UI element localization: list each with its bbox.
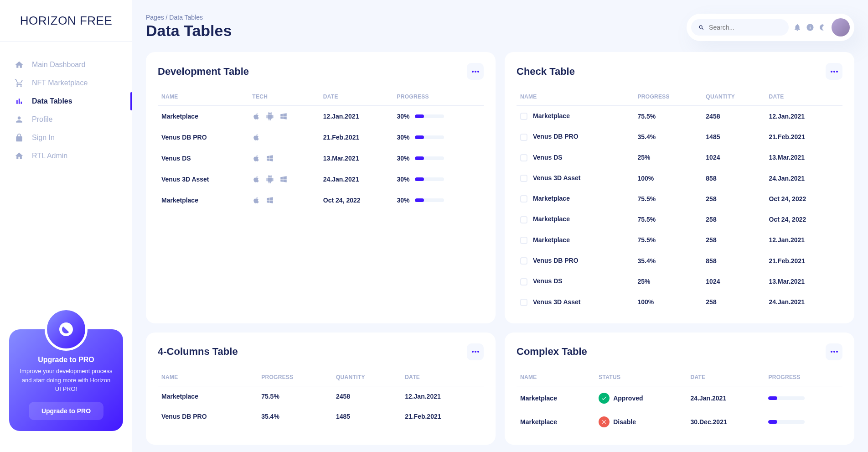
table-header[interactable]: DATE bbox=[320, 88, 393, 106]
cell-quantity: 1485 bbox=[702, 126, 765, 147]
sidebar: HORIZON FREE Main DashboardNFT Marketpla… bbox=[0, 0, 132, 452]
cell-name: Venus DB PRO bbox=[158, 406, 258, 426]
table-header[interactable]: PROGRESS bbox=[258, 369, 332, 386]
table-row: Venus DB PRO 35.4% 1485 21.Feb.2021 bbox=[158, 406, 484, 426]
svg-point-8 bbox=[477, 351, 479, 353]
table-header[interactable]: QUANTITY bbox=[332, 369, 401, 386]
cell-progress: 75.5% bbox=[258, 386, 332, 406]
checkbox[interactable] bbox=[520, 278, 527, 286]
cell-progress: 100% bbox=[634, 292, 703, 312]
checkbox[interactable] bbox=[520, 113, 527, 120]
svg-point-6 bbox=[472, 351, 474, 353]
info-icon[interactable] bbox=[806, 23, 814, 31]
cell-name: Venus 3D Asset bbox=[158, 169, 248, 190]
table-header[interactable]: PROGRESS bbox=[634, 88, 703, 106]
table-header[interactable]: TECH bbox=[248, 88, 319, 106]
table-header[interactable]: STATUS bbox=[595, 369, 687, 386]
cell-progress: 35.4% bbox=[634, 126, 703, 147]
cell-progress: 75.5% bbox=[634, 188, 703, 209]
cell-quantity: 258 bbox=[702, 230, 765, 250]
sidebar-item-sign-in[interactable]: Sign In bbox=[9, 129, 123, 147]
table-header[interactable]: NAME bbox=[158, 369, 258, 386]
more-button[interactable] bbox=[826, 343, 842, 360]
checkbox[interactable] bbox=[520, 257, 527, 265]
upgrade-button[interactable]: Upgrade to PRO bbox=[29, 402, 103, 420]
more-button[interactable] bbox=[467, 63, 484, 80]
table-header[interactable]: DATE bbox=[687, 369, 765, 386]
checkbox[interactable] bbox=[520, 134, 527, 141]
table-row: Marketplace 75.5% 258 12.Jan.2021 bbox=[517, 230, 842, 250]
sidebar-item-profile[interactable]: Profile bbox=[9, 110, 123, 129]
table-header[interactable]: NAME bbox=[158, 88, 248, 106]
sidebar-item-data-tables[interactable]: Data Tables bbox=[9, 92, 123, 110]
cell-date: Oct 24, 2022 bbox=[320, 190, 393, 211]
checkbox[interactable] bbox=[520, 195, 527, 203]
cell-date: 21.Feb.2021 bbox=[401, 406, 484, 426]
table-header[interactable]: NAME bbox=[517, 369, 595, 386]
cell-date: 21.Feb.2021 bbox=[765, 126, 842, 147]
cell-quantity: 2458 bbox=[332, 386, 401, 406]
cell-quantity: 858 bbox=[702, 168, 765, 188]
svg-point-4 bbox=[833, 71, 835, 73]
table-header[interactable]: NAME bbox=[517, 88, 634, 106]
table-header[interactable]: PROGRESS bbox=[393, 88, 484, 106]
table-header[interactable]: QUANTITY bbox=[702, 88, 765, 106]
table-header[interactable]: DATE bbox=[401, 369, 484, 386]
cell-name: Marketplace bbox=[517, 230, 634, 250]
upgrade-card: Upgrade to PRO Improve your development … bbox=[9, 329, 123, 431]
checkbox[interactable] bbox=[520, 175, 527, 182]
logo-sub: FREE bbox=[80, 14, 112, 27]
apple-icon bbox=[252, 175, 260, 183]
cell-name: Venus DB PRO bbox=[517, 250, 634, 271]
cell-quantity: 258 bbox=[702, 188, 765, 209]
cell-progress: 30% bbox=[393, 106, 484, 127]
cell-date: 21.Feb.2021 bbox=[765, 250, 842, 271]
dev-table-title: Development Table bbox=[158, 66, 249, 78]
sidebar-item-main-dashboard[interactable]: Main Dashboard bbox=[9, 56, 123, 74]
breadcrumb[interactable]: Pages / Data Tables bbox=[146, 14, 232, 21]
cart-icon bbox=[15, 78, 24, 88]
windows-icon bbox=[279, 175, 288, 183]
cell-date: 13.Mar.2021 bbox=[320, 148, 393, 169]
cell-name: Venus DB PRO bbox=[158, 127, 248, 148]
home-icon bbox=[15, 151, 24, 161]
bell-icon[interactable] bbox=[793, 23, 801, 31]
cell-progress bbox=[765, 410, 842, 434]
header: Pages / Data Tables Data Tables bbox=[146, 14, 854, 41]
cell-name: Venus DB PRO bbox=[517, 126, 634, 147]
chart-icon bbox=[15, 97, 24, 106]
sidebar-item-nft-marketplace[interactable]: NFT Marketplace bbox=[9, 74, 123, 92]
cell-date: 12.Jan.2021 bbox=[765, 106, 842, 127]
cell-name: Venus 3D Asset bbox=[517, 292, 634, 312]
table-row: Venus DB PRO 35.4% 1485 21.Feb.2021 bbox=[517, 126, 842, 147]
avatar[interactable] bbox=[832, 18, 850, 36]
table-row: Marketplace 12.Jan.2021 30% bbox=[158, 106, 484, 127]
svg-point-2 bbox=[477, 71, 479, 73]
more-button[interactable] bbox=[467, 343, 484, 360]
search-input[interactable] bbox=[709, 24, 781, 31]
cell-date: 12.Jan.2021 bbox=[320, 106, 393, 127]
approved-icon bbox=[599, 393, 610, 404]
svg-point-3 bbox=[831, 71, 832, 73]
more-button[interactable] bbox=[826, 63, 842, 80]
sidebar-item-rtl-admin[interactable]: RTL Admin bbox=[9, 147, 123, 165]
cell-date: 13.Mar.2021 bbox=[765, 271, 842, 291]
windows-icon bbox=[279, 112, 288, 120]
checkbox[interactable] bbox=[520, 216, 527, 223]
cell-quantity: 1485 bbox=[332, 406, 401, 426]
checkbox[interactable] bbox=[520, 154, 527, 161]
checkbox[interactable] bbox=[520, 299, 527, 306]
disable-icon bbox=[599, 416, 610, 427]
checkbox[interactable] bbox=[520, 237, 527, 244]
cell-progress: 30% bbox=[393, 148, 484, 169]
table-header[interactable]: DATE bbox=[765, 88, 842, 106]
complex-table-card: Complex Table NAMESTATUSDATEPROGRESS Mar… bbox=[505, 333, 854, 445]
search-box[interactable] bbox=[691, 19, 789, 36]
cell-tech bbox=[248, 106, 319, 127]
four-col-table: NAMEPROGRESSQUANTITYDATE Marketplace 75.… bbox=[158, 369, 484, 426]
cell-name: Venus DS bbox=[517, 147, 634, 168]
moon-icon[interactable] bbox=[819, 23, 827, 31]
cell-progress: 35.4% bbox=[258, 406, 332, 426]
table-header[interactable]: PROGRESS bbox=[765, 369, 842, 386]
cell-date: 13.Mar.2021 bbox=[765, 147, 842, 168]
